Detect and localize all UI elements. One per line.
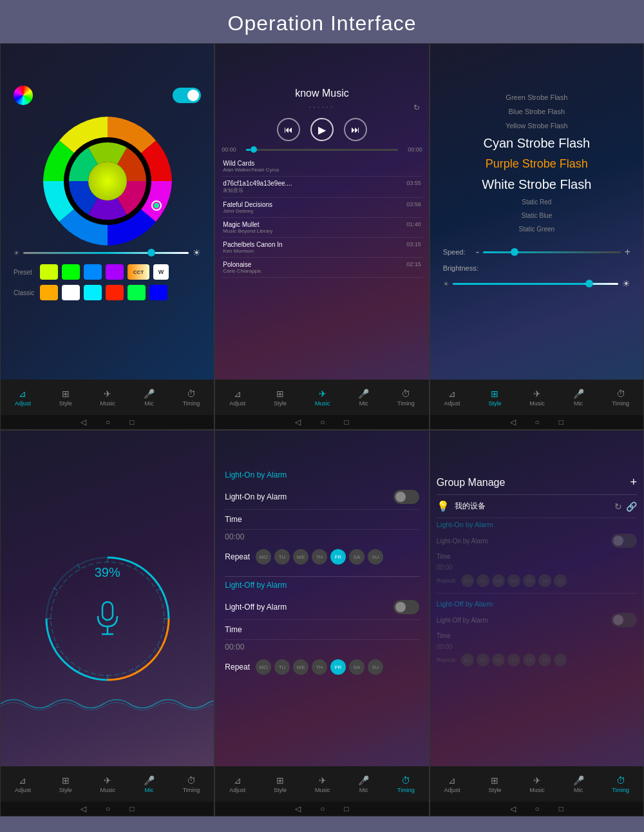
nav-timing-1[interactable]: ⏱ Timing xyxy=(183,389,200,407)
nav-music-3[interactable]: ✈ Music xyxy=(529,389,545,407)
back-btn-1[interactable]: ◁ xyxy=(80,418,86,427)
nav-music-4[interactable]: ✈ Music xyxy=(100,775,116,793)
nav-music-1[interactable]: ✈ Music xyxy=(100,389,116,407)
g-day-mo-off[interactable]: MO xyxy=(461,653,474,666)
strobe-item-4[interactable]: Purple Strobe Flash xyxy=(437,154,637,174)
day-mo-on[interactable]: MO xyxy=(256,549,271,565)
nav-timing-4[interactable]: ⏱ Timing xyxy=(183,775,200,793)
nav-adjust-4[interactable]: ⊿ Adjust xyxy=(15,775,31,793)
nav-adjust-5[interactable]: ⊿ Adjust xyxy=(229,775,245,793)
g-day-su-off[interactable]: SU xyxy=(554,653,567,666)
speed-slider[interactable] xyxy=(483,251,621,253)
preset-swatch-1[interactable] xyxy=(40,264,58,280)
play-button[interactable]: ▶ xyxy=(310,118,334,141)
speed-plus-btn[interactable]: + xyxy=(625,246,630,258)
brightness-slider[interactable] xyxy=(23,252,189,254)
nav-style-6[interactable]: ⊞ Style xyxy=(488,775,501,793)
home-btn-4[interactable]: ○ xyxy=(106,804,110,813)
prev-button[interactable]: ⏮ xyxy=(277,118,300,141)
strobe-item-7[interactable]: Static Blue xyxy=(437,209,637,222)
classic-swatch-2[interactable] xyxy=(62,285,80,300)
strobe-item-8[interactable]: Static Green xyxy=(437,222,637,236)
back-btn-5[interactable]: ◁ xyxy=(295,804,301,813)
preset-swatch-4[interactable] xyxy=(106,264,124,280)
color-circle-small[interactable] xyxy=(14,86,33,105)
playlist-item-1[interactable]: d76cf1a1c49a13e9ee.... 未知音乐 03:55 xyxy=(222,177,422,198)
nav-mic-4[interactable]: 🎤 Mic xyxy=(144,775,155,793)
nav-style-4[interactable]: ⊞ Style xyxy=(59,775,72,793)
playlist-item-0[interactable]: Wild Cards Alan Walker/Noah Cyrus xyxy=(222,157,422,177)
g-day-su-on[interactable]: SU xyxy=(554,574,567,587)
classic-swatch-6[interactable] xyxy=(149,285,167,300)
classic-swatch-1[interactable] xyxy=(40,285,58,300)
day-tu-off[interactable]: TU xyxy=(274,659,290,675)
day-fr-off[interactable]: FR xyxy=(330,659,346,675)
nav-music-6[interactable]: ✈ Music xyxy=(529,775,545,793)
nav-style-1[interactable]: ⊞ Style xyxy=(59,389,72,407)
day-we-off[interactable]: WE xyxy=(293,659,308,675)
nav-adjust-6[interactable]: ⊿ Adjust xyxy=(444,775,460,793)
classic-swatch-5[interactable] xyxy=(128,285,146,300)
home-btn-5[interactable]: ○ xyxy=(320,804,325,813)
nav-timing-3[interactable]: ⏱ Timing xyxy=(612,389,629,407)
day-su-on[interactable]: SU xyxy=(368,549,383,565)
playlist-item-5[interactable]: Polonaise Carlo Chiarappa 02:15 xyxy=(222,258,422,278)
recent-btn-5[interactable]: □ xyxy=(344,804,348,813)
speed-minus-btn[interactable]: - xyxy=(476,246,479,258)
classic-swatch-4[interactable] xyxy=(106,285,124,300)
recent-btn-1[interactable]: □ xyxy=(129,418,134,427)
refresh-device-btn[interactable]: ↻ xyxy=(614,501,622,512)
time-field-on[interactable]: 00:00 xyxy=(225,530,419,544)
classic-swatch-3[interactable] xyxy=(84,285,102,300)
playlist-item-2[interactable]: Fateful Decisions John Debney 03:56 xyxy=(222,198,422,218)
day-th-on[interactable]: TH xyxy=(312,549,327,565)
progress-track[interactable] xyxy=(246,149,397,151)
light-on-toggle[interactable] xyxy=(393,490,419,504)
back-btn-6[interactable]: ◁ xyxy=(510,804,516,813)
back-btn-3[interactable]: ◁ xyxy=(510,418,516,427)
day-th-off[interactable]: TH xyxy=(312,659,327,675)
preset-swatch-2[interactable] xyxy=(62,264,80,280)
home-btn-6[interactable]: ○ xyxy=(535,804,540,813)
group-light-off-toggle[interactable] xyxy=(611,613,637,627)
home-btn-3[interactable]: ○ xyxy=(535,418,540,427)
nav-mic-5[interactable]: 🎤 Mic xyxy=(358,775,369,793)
g-day-fr-off[interactable]: FR xyxy=(523,653,536,666)
g-day-we-on[interactable]: WE xyxy=(492,574,505,587)
nav-timing-5[interactable]: ⏱ Timing xyxy=(397,775,415,793)
recent-btn-6[interactable]: □ xyxy=(559,804,564,813)
strobe-item-6[interactable]: Static Red xyxy=(437,195,637,209)
power-toggle[interactable] xyxy=(173,88,201,103)
g-day-tu-on[interactable]: TU xyxy=(477,574,489,587)
white-button[interactable]: W xyxy=(153,264,169,280)
light-off-toggle[interactable] xyxy=(393,600,419,614)
day-tu-on[interactable]: TU xyxy=(274,549,290,565)
strobe-item-1[interactable]: Blue Strobe Flash xyxy=(437,104,637,119)
nav-mic-3[interactable]: 🎤 Mic xyxy=(573,389,584,407)
nav-style-2[interactable]: ⊞ Style xyxy=(274,389,287,407)
recent-btn-4[interactable]: □ xyxy=(129,804,134,813)
group-light-on-toggle[interactable] xyxy=(611,534,637,548)
nav-style-5[interactable]: ⊞ Style xyxy=(274,775,287,793)
home-btn-2[interactable]: ○ xyxy=(320,418,325,427)
back-btn-2[interactable]: ◁ xyxy=(295,418,301,427)
nav-adjust-1[interactable]: ⊿ Adjust xyxy=(15,389,31,407)
home-btn-1[interactable]: ○ xyxy=(106,418,110,427)
next-button[interactable]: ⏭ xyxy=(344,118,367,141)
group-add-btn[interactable]: + xyxy=(630,476,637,489)
g-day-tu-off[interactable]: TU xyxy=(477,653,489,666)
strobe-item-0[interactable]: Green Strobe Flash xyxy=(437,90,637,104)
g-day-mo-on[interactable]: MO xyxy=(461,574,474,587)
nav-adjust-3[interactable]: ⊿ Adjust xyxy=(444,389,460,407)
nav-music-5[interactable]: ✈ Music xyxy=(315,775,330,793)
g-day-sa-on[interactable]: SA xyxy=(538,574,551,587)
g-day-sa-off[interactable]: SA xyxy=(538,653,551,666)
strobe-item-3[interactable]: Cyan Strobe Flash xyxy=(437,133,637,154)
nav-music-2[interactable]: ✈ Music xyxy=(315,389,330,407)
repeat-icon[interactable]: ↻ xyxy=(413,103,420,112)
color-wheel-svg[interactable] xyxy=(37,110,178,252)
day-mo-off[interactable]: MO xyxy=(256,659,271,675)
nav-mic-1[interactable]: 🎤 Mic xyxy=(144,389,155,407)
nav-style-3[interactable]: ⊞ Style xyxy=(488,389,501,407)
strobe-item-2[interactable]: Yellow Strobe Flash xyxy=(437,119,637,133)
